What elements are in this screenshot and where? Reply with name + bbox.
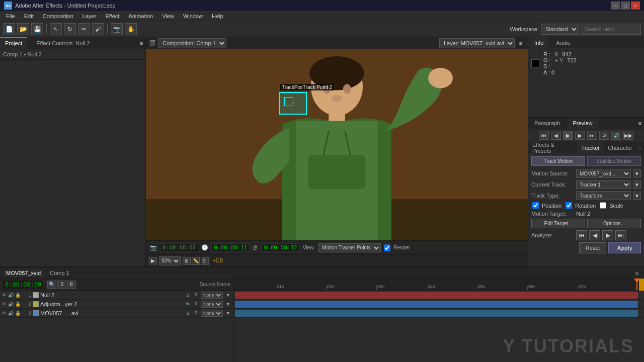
apply-button[interactable]: Apply — [608, 242, 641, 253]
brush-tool[interactable]: 🖌 — [92, 23, 104, 35]
menu-help[interactable]: Help — [208, 12, 227, 20]
layer-visibility-2[interactable]: 👁 — [2, 302, 7, 307]
track-type-arrow[interactable]: ▼ — [633, 192, 641, 200]
new-project-tool[interactable]: 📄 — [3, 23, 15, 35]
view-select[interactable]: Motion Tracker Points — [318, 243, 381, 252]
layer-lock-1[interactable]: 🔒 — [15, 293, 21, 298]
layer-visibility-1[interactable]: 👁 — [2, 293, 7, 298]
menu-window[interactable]: Window — [179, 12, 207, 20]
tab-tracker[interactable]: Tracker — [577, 142, 604, 153]
search-help-input[interactable] — [581, 24, 641, 35]
tab-effect-controls[interactable]: Effect Controls: Null 2 — [31, 37, 95, 49]
layer-lock-3[interactable]: 🔒 — [15, 311, 21, 316]
audio-btn[interactable]: 🔊 — [611, 131, 621, 140]
layer-fx-2[interactable]: fx — [184, 301, 191, 308]
position-check-label[interactable]: Position — [532, 202, 561, 209]
current-track-select[interactable]: Tracker 1 — [576, 180, 631, 189]
preview-panel-menu[interactable]: ≡ — [636, 118, 644, 129]
timeline-panel-menu[interactable]: ≡ — [633, 267, 641, 279]
menu-view[interactable]: View — [158, 12, 178, 20]
menu-animation[interactable]: Animation — [124, 12, 157, 20]
track-motion-button[interactable]: Track Motion — [531, 156, 585, 166]
layer-name-2[interactable]: Adjustm...yer 2 — [40, 301, 183, 307]
minimize-button[interactable]: ─ — [611, 2, 620, 10]
prev-frame-btn[interactable]: ◀ — [551, 131, 561, 140]
play-btn[interactable]: ▶ — [563, 131, 573, 140]
layer-lock-2[interactable]: 🔒 — [15, 302, 21, 307]
current-time-display[interactable]: 0:00:08:00 — [160, 243, 198, 252]
zoom-select[interactable]: 50% — [159, 256, 181, 265]
ram-preview-btn[interactable]: ▶▶ — [623, 131, 633, 140]
select-tool[interactable]: ↖ — [50, 23, 62, 35]
next-frame-btn[interactable]: ▶ — [575, 131, 585, 140]
grid-btn[interactable]: ⊞ — [183, 257, 191, 265]
layer-motion-blur-3[interactable]: ⧖ — [192, 310, 199, 317]
layer-name-1[interactable]: Null 2 — [40, 292, 183, 298]
tl-solo-btn[interactable]: S — [57, 281, 66, 289]
ruler-btn[interactable]: 📏 — [192, 257, 200, 265]
tl-expand-btn[interactable]: E — [67, 281, 76, 289]
tab-audio[interactable]: Audio — [550, 37, 577, 48]
analyze-next-next-btn[interactable]: ⏭ — [615, 230, 626, 240]
edit-target-button[interactable]: Edit Target... — [531, 219, 585, 228]
rotate-tool[interactable]: ↻ — [64, 23, 76, 35]
layer-parent-1[interactable]: None — [201, 292, 223, 299]
tab-character[interactable]: Character — [604, 142, 636, 153]
track-type-select[interactable]: Transform — [576, 191, 631, 200]
tab-preview[interactable]: Preview — [567, 118, 599, 129]
current-track-arrow[interactable]: ▼ — [633, 180, 641, 189]
toggle-preview-btn[interactable]: ▶ — [149, 257, 157, 264]
analyze-prev-btn[interactable]: ◀ — [589, 230, 600, 240]
open-tool[interactable]: 📂 — [17, 23, 29, 35]
playhead[interactable] — [636, 279, 637, 290]
pen-tool[interactable]: ✏ — [78, 23, 90, 35]
layer-expand-3[interactable]: ▼ — [224, 310, 231, 317]
layer-expand-1[interactable]: ▼ — [224, 292, 231, 299]
rotation-checkbox[interactable] — [566, 202, 572, 209]
workspace-select[interactable]: Standard — [541, 24, 579, 35]
tab-project[interactable]: Project — [0, 37, 27, 49]
motion-source-arrow[interactable]: ▼ — [633, 169, 641, 177]
layer-select[interactable]: Layer: MOV057_xvid.avi — [439, 38, 515, 48]
menu-edit[interactable]: Edit — [20, 12, 38, 20]
reset-button[interactable]: Reset — [579, 242, 607, 253]
panel-menu-icon[interactable]: ≡ — [137, 38, 145, 49]
tracker-panel-menu[interactable]: ≡ — [636, 142, 644, 153]
menu-effect[interactable]: Effect — [101, 12, 123, 20]
layer-visibility-3[interactable]: 👁 — [2, 311, 7, 316]
layer-audio-3[interactable]: 🔊 — [8, 311, 14, 316]
stabilize-motion-button[interactable]: Stabilize Motion — [587, 156, 641, 166]
close-button[interactable]: × — [631, 2, 640, 10]
menu-file[interactable]: File — [2, 12, 19, 20]
layer-audio-1[interactable]: 🔊 — [8, 293, 14, 298]
layer-audio-2[interactable]: 🔊 — [8, 302, 14, 307]
tab-effects-presets[interactable]: Effects & Presets — [528, 142, 577, 153]
comp-panel-menu[interactable]: ≡ — [517, 39, 525, 47]
layer-motion-blur-1[interactable]: ⧖ — [192, 292, 199, 299]
render-checkbox[interactable] — [384, 243, 390, 252]
menu-composition[interactable]: Composition — [39, 12, 77, 20]
go-to-start-btn[interactable]: ⏮ — [539, 131, 549, 140]
info-panel-menu[interactable]: ≡ — [636, 37, 644, 48]
layer-motion-blur-2[interactable]: ⧖ — [192, 301, 199, 308]
rotation-check-label[interactable]: Rotation — [566, 202, 596, 209]
tab-comp1[interactable]: Comp 1 — [47, 269, 72, 277]
tab-info[interactable]: Info — [528, 37, 550, 48]
go-to-end-btn[interactable]: ⏭ — [587, 131, 597, 140]
menu-layer[interactable]: Layer — [78, 12, 101, 20]
maximize-button[interactable]: □ — [621, 2, 630, 10]
comp-select[interactable]: Composition: Comp 1 — [158, 38, 226, 48]
layer-parent-3[interactable]: None — [201, 310, 223, 317]
layer-name-3[interactable]: MOV057_....avi — [40, 310, 183, 316]
options-button[interactable]: Options... — [587, 219, 641, 228]
window-controls[interactable]: ─ □ × — [611, 2, 640, 10]
layer-solo-1[interactable]: S — [184, 292, 191, 299]
tab-mov057[interactable]: MOV057_xvid — [3, 269, 44, 277]
layer-solo-3[interactable]: S — [184, 310, 191, 317]
camera-tool[interactable]: 📷 — [111, 23, 123, 35]
timeline-timecode[interactable]: 0:00:08:00 — [3, 281, 43, 289]
position-checkbox[interactable] — [532, 202, 539, 209]
tab-paragraph[interactable]: Paragraph — [528, 118, 567, 129]
save-tool[interactable]: 💾 — [31, 23, 43, 35]
layer-expand-2[interactable]: ▼ — [224, 301, 231, 308]
